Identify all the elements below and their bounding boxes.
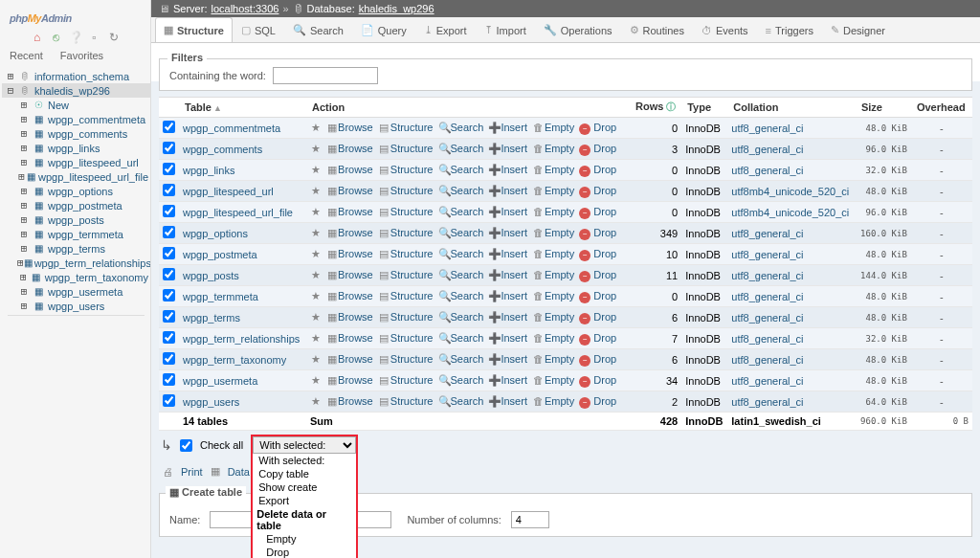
browse-link[interactable]: Browse bbox=[338, 269, 373, 280]
search-link[interactable]: Search bbox=[451, 164, 484, 175]
th-type[interactable]: Type bbox=[681, 98, 727, 118]
row-checkbox[interactable] bbox=[163, 163, 175, 175]
drop-link[interactable]: Drop bbox=[593, 164, 616, 175]
tab-sql[interactable]: ▢SQL bbox=[233, 17, 284, 42]
search-link[interactable]: Search bbox=[451, 227, 484, 238]
th-table[interactable]: Table▲ bbox=[179, 98, 306, 118]
table-name-link[interactable]: wpgp_links bbox=[183, 165, 234, 176]
empty-link[interactable]: Empty bbox=[545, 290, 574, 301]
browse-link[interactable]: Browse bbox=[338, 164, 373, 175]
empty-link[interactable]: Empty bbox=[545, 311, 574, 323]
insert-link[interactable]: Insert bbox=[501, 311, 527, 323]
drop-link[interactable]: Drop bbox=[593, 206, 616, 217]
empty-link[interactable]: Empty bbox=[545, 185, 574, 196]
favorite-icon[interactable]: ★ bbox=[310, 227, 323, 239]
check-all-checkbox[interactable] bbox=[180, 439, 192, 452]
drop-link[interactable]: Drop bbox=[593, 248, 616, 259]
empty-link[interactable]: Empty bbox=[545, 332, 574, 344]
empty-link[interactable]: Empty bbox=[545, 248, 574, 259]
empty-link[interactable]: Empty bbox=[545, 353, 574, 365]
structure-link[interactable]: Structure bbox=[390, 206, 434, 217]
search-link[interactable]: Search bbox=[451, 185, 484, 196]
search-link[interactable]: Search bbox=[451, 395, 484, 407]
browse-link[interactable]: Browse bbox=[338, 353, 373, 365]
expand-icon[interactable]: ⊞ bbox=[17, 271, 29, 283]
tree-item-wpgp_term_relationships[interactable]: ⊞wpgp_term_relationships bbox=[15, 256, 150, 270]
tree-item-wpgp_comments[interactable]: ⊞wpgp_comments bbox=[15, 126, 150, 141]
search-link[interactable]: Search bbox=[451, 332, 484, 344]
tree-item-wpgp_litespeed_url[interactable]: ⊞wpgp_litespeed_url bbox=[15, 155, 150, 169]
drop-link[interactable]: Drop bbox=[593, 185, 616, 196]
empty-link[interactable]: Empty bbox=[545, 143, 574, 154]
structure-link[interactable]: Structure bbox=[390, 227, 434, 238]
reload-icon[interactable]: ↻ bbox=[107, 31, 121, 44]
table-name-link[interactable]: wpgp_term_relationships bbox=[183, 333, 300, 345]
tree-db-khaledis_wp296[interactable]: ⊟khaledis_wp296 bbox=[2, 83, 150, 98]
tab-structure[interactable]: ▦Structure bbox=[155, 17, 233, 42]
th-overhead[interactable]: Overhead bbox=[911, 98, 972, 118]
empty-link[interactable]: Empty bbox=[545, 206, 574, 217]
table-name-link[interactable]: wpgp_terms bbox=[183, 312, 240, 324]
drop-link[interactable]: Drop bbox=[593, 353, 616, 365]
drop-link[interactable]: Drop bbox=[593, 290, 616, 301]
tree-item-New[interactable]: ⊞New bbox=[15, 98, 150, 112]
empty-link[interactable]: Empty bbox=[545, 395, 574, 407]
insert-link[interactable]: Insert bbox=[501, 185, 527, 196]
th-rows[interactable]: Rows bbox=[629, 98, 681, 118]
insert-link[interactable]: Insert bbox=[501, 269, 527, 280]
drop-link[interactable]: Drop bbox=[593, 332, 616, 344]
browse-link[interactable]: Browse bbox=[338, 206, 373, 217]
tree-item-wpgp_options[interactable]: ⊞wpgp_options bbox=[15, 184, 150, 198]
insert-link[interactable]: Insert bbox=[501, 395, 527, 407]
row-checkbox[interactable] bbox=[163, 331, 175, 344]
insert-link[interactable]: Insert bbox=[501, 248, 527, 259]
browse-link[interactable]: Browse bbox=[338, 290, 373, 301]
structure-link[interactable]: Structure bbox=[390, 164, 434, 175]
dropdown-item[interactable]: Drop bbox=[253, 546, 356, 558]
expand-icon[interactable]: ⊞ bbox=[17, 285, 31, 298]
favorite-icon[interactable]: ★ bbox=[310, 269, 323, 281]
structure-link[interactable]: Structure bbox=[390, 332, 434, 344]
drop-link[interactable]: Drop bbox=[593, 227, 616, 238]
favorite-icon[interactable]: ★ bbox=[310, 332, 323, 345]
table-name-link[interactable]: wpgp_comments bbox=[183, 144, 262, 155]
search-link[interactable]: Search bbox=[451, 248, 484, 259]
browse-link[interactable]: Browse bbox=[338, 185, 373, 196]
logo[interactable]: phpMyAdmin bbox=[0, 0, 150, 29]
expand-icon[interactable]: ⊞ bbox=[17, 242, 31, 255]
tab-routines[interactable]: ⚙Routines bbox=[621, 17, 693, 42]
drop-link[interactable]: Drop bbox=[593, 374, 616, 386]
search-link[interactable]: Search bbox=[451, 122, 484, 133]
browse-link[interactable]: Browse bbox=[338, 374, 373, 386]
favorite-icon[interactable]: ★ bbox=[310, 122, 323, 134]
favorite-icon[interactable]: ★ bbox=[310, 311, 323, 324]
favorite-icon[interactable]: ★ bbox=[310, 185, 323, 197]
expand-icon[interactable]: ⊞ bbox=[17, 300, 31, 312]
tree-db-information_schema[interactable]: ⊞information_schema bbox=[2, 69, 150, 83]
expand-icon[interactable]: ⊞ bbox=[17, 99, 31, 111]
table-name-link[interactable]: wpgp_users bbox=[183, 396, 239, 408]
insert-link[interactable]: Insert bbox=[501, 206, 527, 217]
browse-link[interactable]: Browse bbox=[338, 248, 373, 259]
search-link[interactable]: Search bbox=[451, 269, 484, 280]
table-name-link[interactable]: wpgp_litespeed_url bbox=[183, 186, 274, 197]
logout-icon[interactable]: ⎋ bbox=[50, 31, 63, 44]
print-link[interactable]: Print bbox=[181, 466, 203, 478]
empty-link[interactable]: Empty bbox=[545, 164, 574, 175]
home-icon[interactable]: ⌂ bbox=[31, 31, 44, 44]
tab-triggers[interactable]: ≡Triggers bbox=[757, 17, 822, 42]
th-size[interactable]: Size bbox=[856, 98, 911, 118]
favorite-icon[interactable]: ★ bbox=[310, 395, 323, 408]
tree-item-wpgp_usermeta[interactable]: ⊞wpgp_usermeta bbox=[15, 284, 150, 299]
empty-link[interactable]: Empty bbox=[545, 227, 574, 238]
row-checkbox[interactable] bbox=[163, 247, 175, 259]
search-link[interactable]: Search bbox=[451, 290, 484, 301]
browse-link[interactable]: Browse bbox=[338, 143, 373, 154]
table-name-link[interactable]: wpgp_commentmeta bbox=[183, 123, 280, 134]
favorite-icon[interactable]: ★ bbox=[310, 353, 323, 366]
with-selected-select[interactable]: With selected: bbox=[253, 436, 356, 454]
search-link[interactable]: Search bbox=[451, 206, 484, 217]
browse-link[interactable]: Browse bbox=[338, 332, 373, 344]
tab-favorites[interactable]: Favorites bbox=[60, 50, 103, 61]
insert-link[interactable]: Insert bbox=[501, 143, 527, 154]
